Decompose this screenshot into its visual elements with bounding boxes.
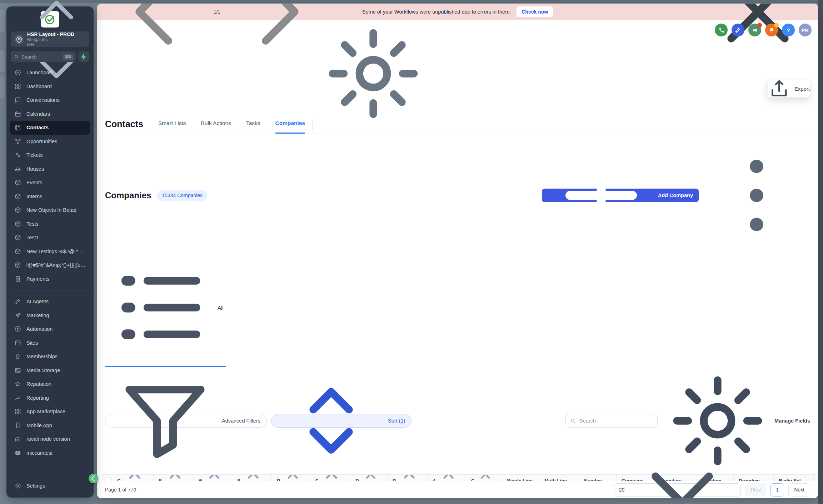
export-menu-item[interactable]: Export: [767, 80, 810, 98]
column-header-phone[interactable]: Phone: [272, 475, 310, 481]
sidebar-item-label: Mobile App: [26, 423, 52, 428]
sidebar-item-events[interactable]: Events: [10, 176, 90, 190]
sidebar-item-miccamtest[interactable]: miccamtest: [10, 446, 90, 460]
help-button[interactable]: ?: [782, 24, 795, 36]
sidebar-item-tests[interactable]: Tests: [10, 217, 90, 231]
column-header-multi-line[interactable]: Multi Line: [539, 475, 579, 481]
announcements-button[interactable]: [748, 24, 761, 36]
sort-icon: [474, 475, 497, 481]
send-icon: [14, 312, 21, 319]
sidebar-item-opportunities[interactable]: Opportunities: [10, 135, 90, 149]
next-page-button[interactable]: Next: [788, 483, 810, 496]
tab-smart-lists[interactable]: Smart Lists: [158, 120, 186, 134]
table-search-input[interactable]: [579, 418, 653, 424]
sidebar-item-label: App Marketplace: [26, 409, 65, 414]
page-indicator: Page 1 of 770: [105, 487, 136, 493]
background-shape: [0, 76, 5, 99]
search-placeholder: Search: [21, 54, 63, 60]
more-options-icon[interactable]: [703, 142, 810, 249]
column-header-email[interactable]: Email: [154, 475, 194, 481]
sort-icon: [396, 475, 422, 481]
prev-page-button[interactable]: Prev: [745, 483, 766, 496]
column-header-post[interactable]: Post...: [388, 475, 428, 481]
avatar-label: PK: [802, 27, 809, 33]
sidebar-item-houses[interactable]: Houses: [10, 162, 90, 176]
list-icon: [107, 254, 214, 361]
column-header-radio-sel[interactable]: Radio Sel...: [774, 475, 814, 481]
funnel-icon: [111, 367, 219, 474]
sidebar-item-interns[interactable]: Interns: [10, 190, 90, 204]
tab-companies[interactable]: Companies: [275, 120, 305, 134]
column-header-com[interactable]: Com...: [103, 475, 154, 481]
tab-separator: [312, 119, 313, 130]
sidebar-item-app-marketplace[interactable]: App Marketplace: [10, 405, 90, 419]
sidebar-item-label: Interns: [26, 194, 42, 199]
sidebar-item-conversations[interactable]: Conversations: [10, 93, 90, 107]
medal-icon: [14, 353, 21, 360]
sort-button[interactable]: Sort (1): [271, 414, 412, 428]
notification-dot: [774, 23, 779, 28]
tab-tasks[interactable]: Tasks: [246, 120, 260, 134]
page-header: Companies 15384 Companies Add Company: [97, 134, 818, 249]
current-page-button[interactable]: 1: [770, 483, 784, 496]
sidebar-item-sites[interactable]: Sites: [10, 336, 90, 350]
sidebar-item-launchpad[interactable]: Launchpad: [10, 66, 90, 80]
org-switcher[interactable]: HSR Layout - PROD Bengaluru, MH: [11, 31, 89, 47]
sidebar-item-payments[interactable]: Payments: [10, 272, 90, 286]
sidebar-collapse-button[interactable]: [89, 474, 98, 483]
sidebar-item-reporting[interactable]: Reporting: [10, 391, 90, 405]
column-header-state[interactable]: State: [232, 475, 272, 481]
sidebar-item-amp[interactable]: !@#$%^&Amp;*()+{}|[]\:";...: [10, 258, 90, 272]
sidebar-item-label: Test1: [26, 235, 39, 240]
sidebar-item-new-testings[interactable]: New Testings %$#@!^&...: [10, 245, 90, 259]
sidebar-item-label: Contacts: [26, 125, 49, 130]
sidebar-item-media-storage[interactable]: Media Storage: [10, 364, 90, 378]
sidebar-item-tickets[interactable]: Tickets: [10, 148, 90, 162]
tab-all[interactable]: All: [105, 254, 226, 367]
sort-icon: [202, 475, 227, 481]
sidebar-item-reputation[interactable]: Reputation: [10, 377, 90, 391]
sidebar-item-ai-agents[interactable]: AI Agents: [10, 295, 90, 309]
column-header-addr[interactable]: Addr...: [428, 475, 466, 481]
sidebar-item-test1[interactable]: Test1: [10, 231, 90, 245]
sidebar-item-marketing[interactable]: Marketing: [10, 309, 90, 323]
sidebar-item-automation[interactable]: Automation: [10, 322, 90, 336]
sidebar-item-settings[interactable]: Settings: [10, 479, 90, 493]
sidebar-item-label: AI Agents: [26, 299, 49, 304]
table-search: [565, 414, 658, 428]
quick-actions-button[interactable]: [79, 51, 89, 62]
ai-assistant-button[interactable]: [732, 24, 744, 36]
help-label: ?: [787, 27, 790, 33]
cube-icon: [14, 179, 21, 186]
star-icon: [14, 380, 21, 388]
column-header-single-line[interactable]: Single Line: [502, 475, 539, 481]
column-header-number[interactable]: Number: [579, 475, 617, 481]
column-header-web[interactable]: Web...: [194, 475, 232, 481]
bell-icon: [768, 27, 775, 34]
sidebar-item-mobile-app[interactable]: Mobile App: [10, 419, 90, 433]
phone-button[interactable]: [715, 24, 728, 36]
phone-icon: [718, 27, 725, 34]
sidebar-item-dashboard[interactable]: Dashboard: [10, 80, 90, 94]
add-company-button[interactable]: Add Company: [542, 189, 699, 202]
select-all-checkbox[interactable]: [106, 478, 112, 481]
sidebar-item-calendars[interactable]: Calendars: [10, 107, 90, 121]
tab-bulk-actions[interactable]: Bulk Actions: [201, 120, 231, 134]
sort-icon: [280, 475, 305, 481]
notifications-button[interactable]: [765, 24, 778, 36]
contacts-settings-gear-icon[interactable]: [320, 20, 427, 129]
app-window: 1/1 Some of your Workflows were unpublis…: [97, 4, 818, 498]
column-header-dropdow[interactable]: Dropdow...: [734, 475, 774, 481]
check-now-button[interactable]: Check now: [517, 6, 553, 17]
avatar-button[interactable]: PK: [799, 24, 812, 36]
column-header-cou[interactable]: Cou...: [466, 475, 502, 481]
sidebar-item-contacts[interactable]: Contacts: [10, 121, 90, 135]
sidebar-item-new-objects-in-betaq[interactable]: New Objects In Betaq: [10, 203, 90, 217]
sidebar-search-input[interactable]: Search ⌘K: [11, 51, 76, 62]
column-header-desc[interactable]: Desc...: [350, 475, 388, 481]
page-size-select[interactable]: 20: [614, 483, 741, 496]
sidebar-item-ravali-node-version[interactable]: ravali node version: [10, 432, 90, 446]
sidebar-item-memberships[interactable]: Memberships: [10, 350, 90, 364]
advanced-filters-button[interactable]: Advanced Filters: [105, 414, 267, 428]
column-header-city[interactable]: City: [310, 475, 350, 481]
